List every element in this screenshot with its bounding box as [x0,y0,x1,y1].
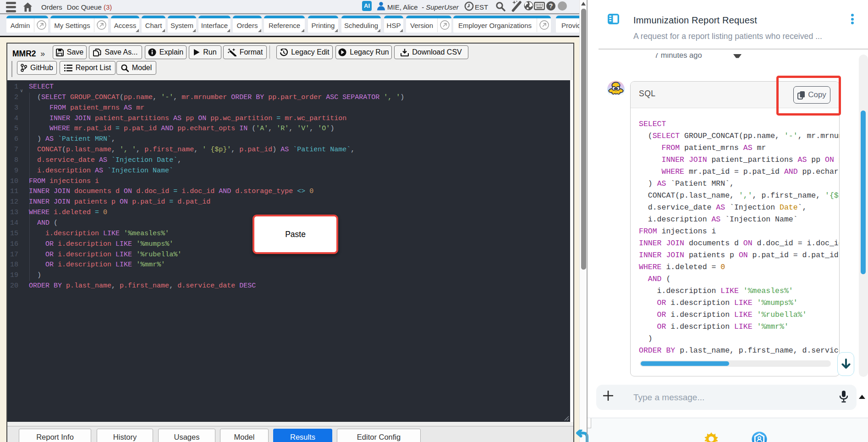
svg-text:?: ? [549,2,553,10]
